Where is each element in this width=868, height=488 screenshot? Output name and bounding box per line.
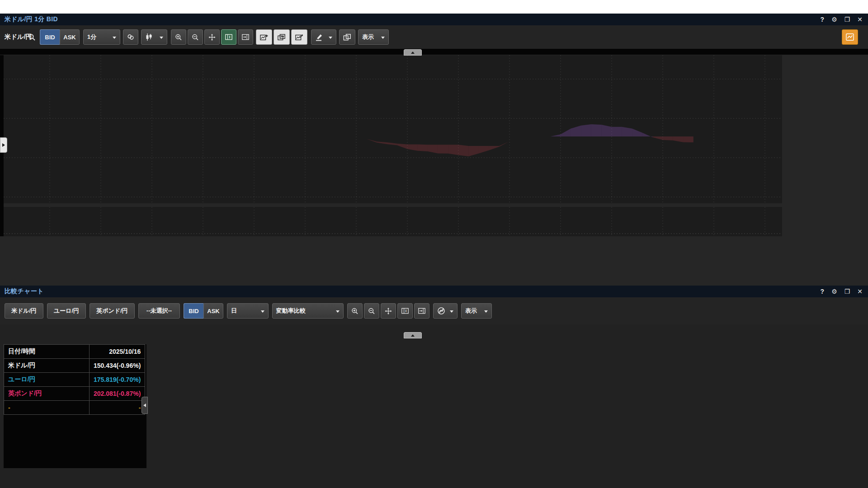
fit-chart-button[interactable] <box>204 29 220 45</box>
help-icon[interactable]: ? <box>821 288 825 295</box>
row-label: ユーロ/円 <box>4 373 90 387</box>
info-panel-toggle[interactable]: I <box>221 29 236 45</box>
expand-arrows-icon <box>385 307 392 315</box>
bid-toggle[interactable]: BID <box>40 29 60 45</box>
info-panel-toggle[interactable]: I <box>397 303 413 319</box>
chevron-down-icon <box>450 310 453 314</box>
pair4-unselected-button[interactable]: --未選択-- <box>138 303 180 319</box>
zoom-in-button[interactable] <box>171 29 186 45</box>
panel2-titlebar: 比較チャート ? ⚙ ❐ ✕ <box>0 286 868 298</box>
row-label: 日付/時間 <box>4 345 90 359</box>
nav2-right-handle[interactable] <box>783 446 788 469</box>
chevron-down-icon <box>381 37 385 41</box>
chevron-down-icon <box>336 310 340 314</box>
panel2-chart-area[interactable]: 日付/時間2025/10/16 米ドル/円150.434(-0.96%) ユーロ… <box>0 324 868 488</box>
zoom-out-icon <box>368 307 375 315</box>
nav1-left-handle[interactable] <box>677 256 681 277</box>
fit-chart-button[interactable] <box>381 303 396 319</box>
zoom-out-button[interactable] <box>188 29 203 45</box>
chevron-down-icon <box>113 37 116 41</box>
pen-icon <box>315 33 323 41</box>
chart-copy-icon <box>278 33 286 41</box>
chart-style-dropdown[interactable] <box>141 29 167 45</box>
quote-table: 日付/時間2025/10/16 米ドル/円150.434(-0.96%) ユーロ… <box>4 344 145 415</box>
expand-left-panel-tab[interactable] <box>0 137 7 153</box>
restore-window-icon[interactable]: ❐ <box>844 16 850 23</box>
row-value: 2025/10/16 <box>90 345 145 359</box>
display-dropdown[interactable]: 表示 <box>358 29 389 45</box>
zoom-in-icon <box>351 307 359 315</box>
line-chart-icon <box>846 33 854 41</box>
expand-arrows-icon <box>208 33 216 42</box>
pair3-button[interactable]: 英ポンド/円 <box>90 303 135 319</box>
panel1-toolbar: 米ドル/円 BID ASK 1分 I 表示 <box>0 25 868 50</box>
row-value: - <box>90 401 145 415</box>
detach-chart-button[interactable] <box>291 29 307 45</box>
table-row: ユーロ/円175.819(-0.70%) <box>4 373 145 387</box>
collapse-table-tab[interactable] <box>142 397 148 414</box>
panel-right-arrow-icon <box>242 33 249 41</box>
row-value: 202.081(-0.87%) <box>90 387 145 401</box>
trading-workspace: 米ドル/円 1分 BID ? ⚙ ❐ ✕ 米ドル/円 BID ASK 1分 I <box>0 0 868 488</box>
snap-right-button[interactable] <box>238 29 253 45</box>
settings-gear-icon[interactable]: ⚙ <box>831 288 837 295</box>
svg-text:I: I <box>229 35 230 39</box>
nav2-left-handle[interactable] <box>696 446 701 469</box>
candlestick-icon <box>145 33 152 41</box>
table-row: 日付/時間2025/10/16 <box>4 345 145 359</box>
zoom-out-icon <box>192 33 199 42</box>
close-icon[interactable]: ✕ <box>857 16 863 23</box>
display-dropdown[interactable]: 表示 <box>461 303 492 319</box>
bid-toggle[interactable]: BID <box>184 303 203 319</box>
panel-left-icon: I <box>225 33 232 41</box>
chevron-down-icon <box>160 37 163 41</box>
ask-toggle[interactable]: ASK <box>203 303 223 319</box>
collapse-toolbar-tab[interactable] <box>404 49 422 56</box>
draw-tools-dropdown[interactable] <box>311 29 336 45</box>
duplicate-chart-button[interactable] <box>274 29 290 45</box>
panel1-titlebar: 米ドル/円 1分 BID ? ⚙ ❐ ✕ <box>0 14 868 26</box>
table-row: 英ポンド/円202.081(-0.87%) <box>4 387 145 401</box>
link-icon <box>127 33 134 41</box>
collapse-toolbar-tab[interactable] <box>404 332 422 338</box>
interval-dropdown[interactable]: 1分 <box>83 29 120 45</box>
row-value: 150.434(-0.96%) <box>90 359 145 373</box>
chart-shortcut-button[interactable] <box>842 29 858 45</box>
zoom-out-button[interactable] <box>364 303 379 319</box>
row-label: 米ドル/円 <box>4 359 90 373</box>
interval-dropdown[interactable]: 日 <box>227 303 269 319</box>
popout-window-icon <box>343 33 351 41</box>
panel1-chart-area[interactable] <box>0 49 868 286</box>
chevron-down-icon <box>329 37 332 41</box>
restore-window-icon[interactable]: ❐ <box>844 288 850 295</box>
zoom-in-button[interactable] <box>347 303 363 319</box>
settings-gear-icon[interactable]: ⚙ <box>831 16 837 23</box>
row-value: 175.819(-0.70%) <box>90 373 145 387</box>
snap-right-button[interactable] <box>414 303 429 319</box>
close-icon[interactable]: ✕ <box>857 288 863 295</box>
pair1-button[interactable]: 米ドル/円 <box>5 303 43 319</box>
nav1-range-selector[interactable] <box>681 256 780 277</box>
nav1-right-handle[interactable] <box>780 256 784 277</box>
search-icon[interactable] <box>28 29 36 45</box>
chevron-down-icon <box>484 310 488 314</box>
help-icon[interactable]: ? <box>821 16 825 23</box>
zoom-in-icon <box>175 33 182 42</box>
compare-mode-dropdown[interactable]: 変動率比較 <box>272 303 344 319</box>
panel2-title: 比較チャート <box>5 287 44 296</box>
chevron-down-icon <box>261 310 264 314</box>
open-in-window-button[interactable] <box>339 29 355 45</box>
line-style-dropdown[interactable] <box>433 303 458 319</box>
table-row: -- <box>4 401 145 415</box>
panel-left-icon: I <box>401 307 409 314</box>
svg-text:I: I <box>406 309 406 313</box>
panel-right-arrow-icon <box>418 307 425 314</box>
panel2-toolbar: 米ドル/円 ユーロ/円 英ポンド/円 --未選択-- BID ASK 日 変動率… <box>0 297 868 325</box>
link-charts-button[interactable] <box>123 29 138 45</box>
pair2-button[interactable]: ユーロ/円 <box>47 303 86 319</box>
table-row: 米ドル/円150.434(-0.96%) <box>4 359 145 373</box>
panel1-title: 米ドル/円 1分 BID <box>5 15 58 23</box>
nav2-range-selector[interactable] <box>701 446 783 469</box>
new-chart-button[interactable] <box>256 29 272 45</box>
ask-toggle[interactable]: ASK <box>60 29 80 45</box>
